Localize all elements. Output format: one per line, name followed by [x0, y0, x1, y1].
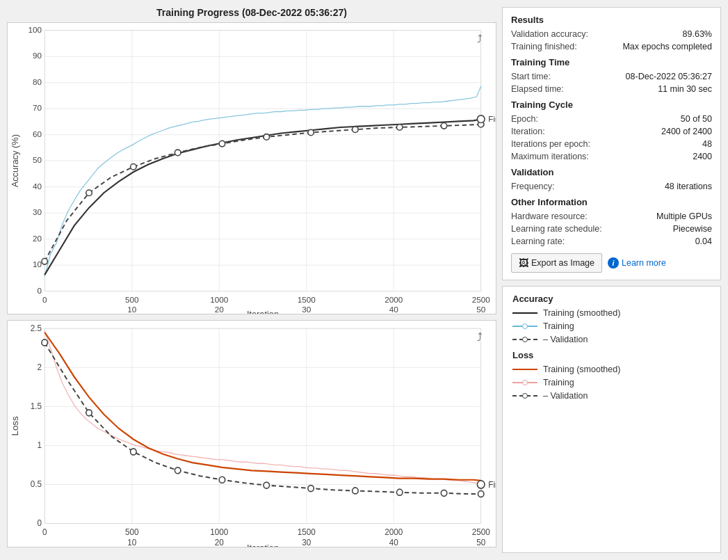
- svg-point-48: [264, 134, 270, 141]
- svg-point-47: [219, 141, 225, 147]
- svg-text:500: 500: [125, 295, 139, 304]
- svg-text:30: 30: [302, 537, 311, 547]
- legend-line-loss-validation: [512, 392, 537, 400]
- svg-text:Iteration: Iteration: [247, 309, 279, 314]
- svg-point-43: [42, 259, 48, 265]
- frequency-label: Frequency:: [511, 182, 560, 191]
- svg-text:2500: 2500: [472, 295, 490, 304]
- training-cycle-title: Training Cycle: [511, 99, 712, 110]
- chart-title: Training Progress (08-Dec-2022 05:36:27): [7, 7, 496, 18]
- iterations-per-epoch-value: 48: [702, 139, 712, 149]
- svg-point-96: [353, 488, 359, 494]
- svg-point-45: [131, 163, 137, 170]
- left-panel: Training Progress (08-Dec-2022 05:36:27): [0, 0, 496, 560]
- legend-line-solid-orange: [512, 369, 537, 370]
- iteration-value: 2400 of 2400: [661, 127, 712, 136]
- results-title: Results: [511, 15, 712, 25]
- validation-accuracy-label: Validation accuracy:: [511, 29, 594, 39]
- svg-text:⤴: ⤴: [477, 33, 483, 45]
- svg-text:50: 50: [476, 537, 485, 547]
- legend-line-validation: [512, 335, 537, 344]
- export-label: Export as Image: [531, 258, 594, 268]
- svg-text:0.5: 0.5: [31, 479, 42, 488]
- svg-text:⤴: ⤴: [477, 331, 483, 343]
- validation-accuracy-value: 89.63%: [683, 29, 712, 39]
- svg-text:2.5: 2.5: [31, 323, 42, 333]
- svg-text:50: 50: [476, 305, 485, 314]
- svg-text:1000: 1000: [210, 295, 228, 304]
- hardware-value: Multiple GPUs: [656, 211, 712, 221]
- svg-text:0: 0: [37, 286, 42, 295]
- svg-point-90: [86, 410, 92, 416]
- export-button[interactable]: 🖼 Export as Image: [511, 253, 602, 273]
- start-time-label: Start time:: [511, 72, 556, 81]
- legend-label-training-smoothed: Training (smoothed): [543, 308, 620, 318]
- legend-label-loss-validation: – Validation: [543, 391, 588, 401]
- training-time-title: Training Time: [511, 57, 712, 67]
- legend-line-training: [512, 322, 537, 330]
- svg-text:30: 30: [33, 207, 42, 216]
- svg-point-97: [396, 489, 403, 495]
- svg-text:1500: 1500: [298, 295, 316, 304]
- training-finished-label: Training finished:: [511, 42, 583, 51]
- svg-point-51: [396, 125, 403, 131]
- svg-text:60: 60: [33, 129, 42, 138]
- legend-loss-validation: – Validation: [512, 391, 711, 401]
- svg-text:1500: 1500: [298, 527, 316, 537]
- maximum-iterations-label: Maximum iterations:: [511, 152, 594, 161]
- elapsed-time-row: Elapsed time: 11 min 30 sec: [511, 83, 712, 95]
- svg-point-93: [219, 477, 225, 483]
- svg-text:500: 500: [125, 527, 139, 537]
- export-icon: 🖼: [519, 257, 528, 269]
- svg-text:2500: 2500: [472, 527, 490, 537]
- start-time-value: 08-Dec-2022 05:36:27: [626, 72, 712, 81]
- svg-text:Accuracy (%): Accuracy (%): [10, 134, 20, 187]
- elapsed-time-label: Elapsed time:: [511, 84, 569, 94]
- legend-box: Accuracy Training (smoothed) Training – …: [502, 286, 721, 553]
- training-finished-row: Training finished: Max epochs completed: [511, 40, 712, 53]
- hardware-label: Hardware resource:: [511, 211, 593, 221]
- epoch-value: 50 of 50: [681, 114, 712, 124]
- svg-text:2000: 2000: [385, 527, 403, 537]
- svg-text:50: 50: [33, 155, 42, 164]
- svg-text:20: 20: [33, 234, 42, 243]
- svg-text:Loss: Loss: [10, 416, 20, 436]
- svg-text:1.5: 1.5: [31, 401, 42, 410]
- svg-text:20: 20: [215, 305, 224, 314]
- legend-validation: – Validation: [512, 335, 711, 344]
- svg-text:2000: 2000: [385, 295, 403, 304]
- start-time-row: Start time: 08-Dec-2022 05:36:27: [511, 70, 712, 83]
- accuracy-chart: 0 10 20 30 40 50 60 70 80 90 100 0 500 1…: [7, 22, 496, 314]
- svg-point-100: [477, 481, 485, 488]
- svg-text:40: 40: [389, 537, 398, 547]
- legend-loss-training: Training: [512, 378, 711, 387]
- iterations-per-epoch-label: Iterations per epoch:: [511, 139, 596, 149]
- iteration-label: Iteration:: [511, 127, 551, 136]
- lr-value: 0.04: [695, 237, 712, 246]
- frequency-value: 48 iterations: [665, 182, 712, 191]
- svg-text:Iteration: Iteration: [247, 542, 279, 547]
- svg-text:10: 10: [33, 259, 42, 269]
- svg-text:0: 0: [42, 295, 47, 304]
- svg-point-44: [86, 190, 92, 196]
- svg-text:1: 1: [37, 440, 42, 449]
- svg-text:Final: Final: [488, 114, 496, 123]
- legend-training-smoothed: Training (smoothed): [512, 308, 711, 318]
- svg-point-91: [131, 449, 137, 455]
- svg-text:0: 0: [42, 527, 47, 537]
- loss-legend-title: Loss: [512, 350, 711, 360]
- svg-point-92: [175, 467, 181, 474]
- legend-line-loss-training: [512, 378, 537, 387]
- svg-text:90: 90: [33, 51, 42, 60]
- svg-text:10: 10: [127, 305, 136, 314]
- legend-label-training: Training: [543, 321, 574, 331]
- epoch-row: Epoch: 50 of 50: [511, 113, 712, 125]
- legend-line-solid-black: [512, 312, 537, 314]
- learn-more-label: Learn more: [622, 258, 666, 268]
- svg-text:2: 2: [37, 362, 42, 371]
- svg-text:40: 40: [33, 182, 42, 191]
- svg-point-50: [353, 127, 359, 133]
- learn-more-link[interactable]: i Learn more: [608, 257, 666, 269]
- lr-schedule-label: Learning rate schedule:: [511, 224, 608, 234]
- action-buttons: 🖼 Export as Image i Learn more: [511, 253, 712, 273]
